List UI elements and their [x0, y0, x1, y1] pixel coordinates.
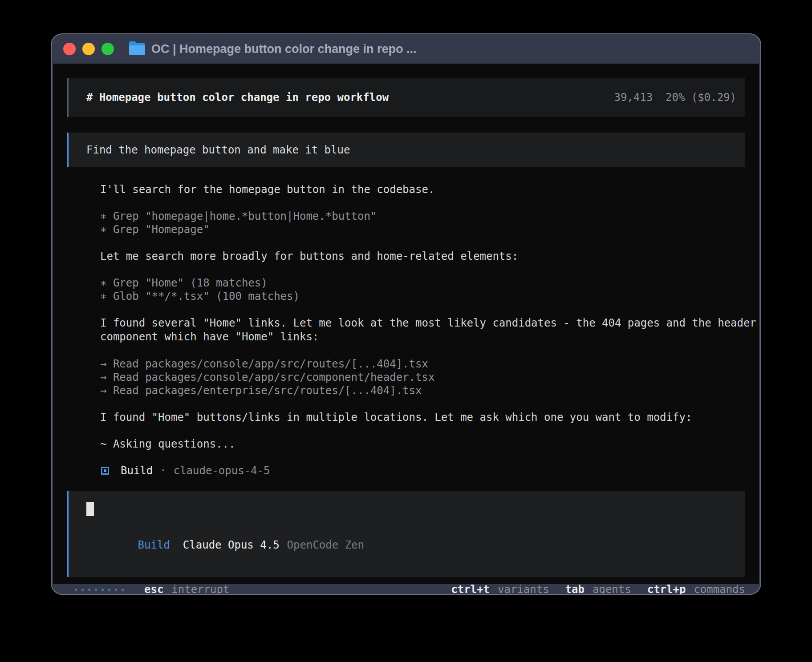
status-bar: esc interrupt ctrl+t variants tab agents…: [67, 583, 745, 595]
tool-call-label: Read packages/console/app/src/component/…: [113, 371, 434, 383]
asterisk-icon: ∗: [100, 223, 106, 236]
agent-build-icon: [101, 467, 109, 475]
terminal-window: OC | Homepage button color change in rep…: [51, 33, 761, 595]
input-line: [86, 502, 736, 516]
arrow-right-icon: →: [100, 371, 106, 383]
arrow-right-icon: →: [100, 384, 106, 397]
shortcut-key: ctrl+p: [647, 583, 686, 595]
session-header: # Homepage button color change in repo w…: [67, 78, 745, 117]
assistant-text: I found "Home" buttons/links in multiple…: [100, 411, 759, 424]
shortcut-key: ctrl+t: [451, 583, 490, 595]
shortcut-variants: ctrl+t variants: [451, 583, 549, 595]
agent-name: Build: [121, 464, 153, 477]
tool-call-label: Read packages/enterprise/src/routes/[...…: [113, 384, 422, 397]
tool-call-label: Read packages/console/app/src/routes/[..…: [113, 358, 428, 370]
tool-call-group: → Read packages/console/app/src/routes/[…: [100, 357, 759, 397]
window-title: OC | Homepage button color change in rep…: [151, 42, 417, 56]
asterisk-icon: ∗: [100, 210, 106, 222]
model-status-line: BuildClaude Opus 4.5OpenCode Zen: [86, 526, 736, 564]
session-stats: 39,413 20% ($0.29): [614, 91, 736, 104]
input-agent-label: Build: [138, 539, 170, 551]
assistant-text: I'll search for the homepage button in t…: [100, 183, 759, 196]
terminal-content: # Homepage button color change in repo w…: [53, 64, 759, 584]
arrow-right-icon: →: [100, 358, 106, 370]
tool-call: ∗ Grep "Home" (18 matches): [100, 276, 759, 290]
traffic-lights: [52, 43, 114, 55]
esc-key-hint: esc: [144, 583, 163, 595]
text-cursor: [86, 502, 94, 516]
read-tool-call: → Read packages/enterprise/src/routes/[.…: [100, 384, 759, 397]
shortcut-key: tab: [565, 583, 585, 595]
zoom-button[interactable]: [102, 43, 114, 55]
input-model-label: Claude Opus 4.5: [183, 539, 280, 551]
working-status: ~ Asking questions...: [100, 437, 759, 451]
progress-spinner-icon: [75, 589, 124, 591]
shortcut-label: agents: [593, 583, 631, 595]
tool-call: ∗ Grep "homepage|home.*button|Home.*butt…: [100, 210, 759, 223]
user-message: Find the homepage button and make it blu…: [67, 133, 745, 167]
agent-status-line: Build · claude-opus-4-5: [100, 464, 759, 477]
shortcut-label: variants: [498, 583, 549, 595]
conversation: I'll search for the homepage button in t…: [100, 183, 759, 477]
agent-model: claude-opus-4-5: [174, 464, 270, 477]
status-left: esc interrupt: [67, 583, 229, 595]
minimize-button[interactable]: [82, 43, 95, 55]
separator-dot: ·: [160, 464, 166, 477]
input-provider-label: OpenCode Zen: [287, 539, 364, 551]
tool-call-label: Grep "homepage|home.*button|Home.*button…: [113, 210, 377, 222]
tool-call-label: Glob "**/*.tsx" (100 matches): [113, 290, 300, 303]
asterisk-icon: ∗: [100, 290, 106, 303]
tool-call-group: ∗ Grep "homepage|home.*button|Home.*butt…: [100, 210, 759, 236]
assistant-text: I found several "Home" links. Let me loo…: [100, 316, 759, 344]
read-tool-call: → Read packages/console/app/src/componen…: [100, 371, 759, 384]
tool-call: ∗ Grep "Homepage": [100, 223, 759, 236]
shortcut-agents: tab agents: [565, 583, 631, 595]
close-button[interactable]: [63, 43, 76, 55]
titlebar: OC | Homepage button color change in rep…: [52, 34, 760, 64]
tool-call-group: ∗ Grep "Home" (18 matches) ∗ Glob "**/*.…: [100, 276, 759, 303]
tool-call-label: Grep "Home" (18 matches): [113, 277, 268, 289]
status-right: ctrl+t variants tab agents ctrl+p comman…: [435, 583, 745, 595]
shortcut-commands: ctrl+p commands: [647, 583, 745, 595]
session-title: # Homepage button color change in repo w…: [86, 91, 389, 104]
prompt-input[interactable]: BuildClaude Opus 4.5OpenCode Zen: [67, 491, 745, 577]
folder-icon: [129, 43, 145, 55]
tool-call-label: Grep "Homepage": [113, 223, 210, 236]
tool-call: ∗ Glob "**/*.tsx" (100 matches): [100, 290, 759, 303]
read-tool-call: → Read packages/console/app/src/routes/[…: [100, 357, 759, 371]
user-message-text: Find the homepage button and make it blu…: [86, 144, 350, 156]
shortcut-label: commands: [694, 583, 745, 595]
asterisk-icon: ∗: [100, 277, 106, 289]
esc-key-label: interrupt: [171, 583, 229, 595]
assistant-text: Let me search more broadly for buttons a…: [100, 250, 759, 263]
